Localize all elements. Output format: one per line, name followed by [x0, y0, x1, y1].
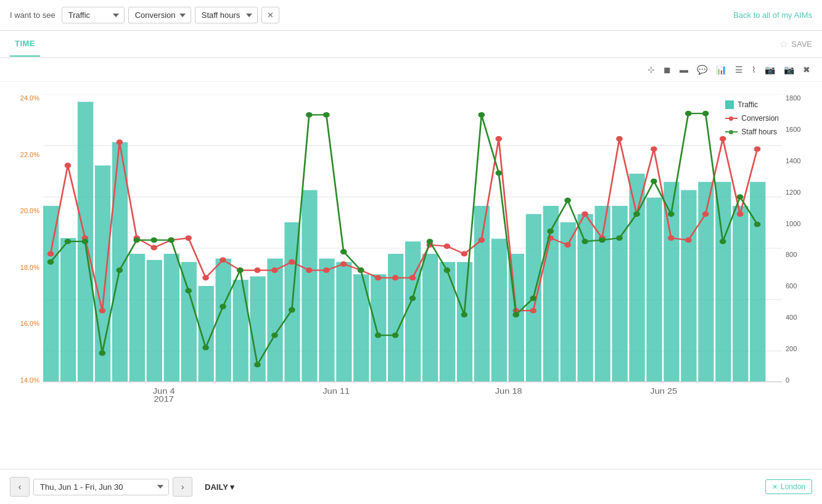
svg-rect-27 — [388, 254, 403, 382]
svg-point-126 — [651, 179, 657, 184]
svg-rect-24 — [336, 262, 351, 381]
svg-point-115 — [461, 312, 468, 317]
svg-point-61 — [254, 267, 261, 273]
chart-svg: Jun 4 2017 Jun 11 Jun 18 Jun 25 — [43, 94, 782, 402]
svg-point-91 — [47, 259, 54, 265]
tab-time[interactable]: TIME — [10, 31, 40, 57]
svg-point-97 — [150, 237, 157, 243]
svg-rect-29 — [422, 254, 438, 382]
svg-rect-41 — [629, 174, 644, 382]
chart-inner: Jun 4 2017 Jun 11 Jun 18 Jun 25 — [43, 94, 782, 402]
svg-point-85 — [668, 235, 675, 241]
svg-point-95 — [116, 267, 123, 273]
svg-point-110 — [375, 333, 382, 338]
remove-metric-button[interactable]: ✕ — [261, 7, 279, 23]
svg-point-70 — [409, 275, 416, 280]
svg-point-108 — [340, 249, 347, 254]
pan-icon[interactable]: ◼ — [662, 63, 673, 76]
svg-point-58 — [202, 275, 209, 280]
svg-rect-26 — [371, 274, 386, 381]
y-axis-right: 1800 1600 1400 1200 1000 800 600 400 200… — [782, 94, 816, 402]
star-icon: ☆ — [779, 38, 788, 50]
y-axis-left: 24.0% 22.0% 20.0% 18.0% 16.0% 14.0% — [6, 94, 43, 402]
svg-point-103 — [254, 362, 261, 367]
back-link[interactable]: Back to all of my AIMs — [733, 10, 812, 20]
svg-rect-33 — [491, 238, 507, 381]
svg-point-66 — [340, 261, 347, 267]
svg-point-73 — [461, 251, 468, 256]
svg-point-68 — [375, 275, 382, 280]
svg-point-84 — [651, 146, 657, 152]
svg-rect-14 — [164, 254, 179, 382]
svg-point-72 — [444, 243, 451, 249]
svg-point-69 — [392, 275, 399, 280]
svg-rect-48 — [750, 182, 765, 381]
svg-point-80 — [582, 211, 588, 217]
svg-point-96 — [133, 237, 140, 243]
svg-point-125 — [633, 211, 640, 217]
svg-point-75 — [495, 136, 502, 142]
chart-container: 24.0% 22.0% 20.0% 18.0% 16.0% 14.0% — [0, 82, 822, 402]
svg-point-74 — [478, 237, 485, 243]
svg-rect-20 — [267, 259, 282, 382]
svg-point-120 — [547, 229, 554, 234]
svg-point-119 — [530, 296, 536, 301]
svg-point-52 — [99, 308, 106, 314]
svg-point-100 — [202, 345, 209, 351]
camera2-icon[interactable]: 📷 — [782, 63, 796, 76]
legend-conversion-label: Conversion — [741, 114, 779, 123]
svg-point-111 — [392, 333, 399, 338]
comment-icon[interactable]: 💬 — [695, 63, 709, 76]
svg-point-105 — [289, 307, 295, 313]
svg-point-87 — [702, 211, 709, 217]
svg-text:Jun 11: Jun 11 — [323, 387, 350, 396]
svg-point-121 — [564, 198, 571, 203]
svg-rect-30 — [440, 262, 455, 381]
spike-icon[interactable]: ⌇ — [750, 63, 758, 76]
chart-toolbar: ⊹ ◼ ▬ 💬 📊 ☰ ⌇ 📷 📷 ✖ — [0, 58, 822, 82]
svg-point-65 — [323, 267, 330, 273]
legend-staff-hours: Staff hours — [725, 128, 779, 136]
legend-traffic-icon — [725, 100, 734, 109]
svg-text:Jun 18: Jun 18 — [495, 387, 522, 396]
svg-text:Jun 25: Jun 25 — [650, 387, 677, 396]
svg-point-104 — [271, 333, 278, 338]
svg-rect-22 — [302, 190, 317, 382]
svg-rect-47 — [733, 206, 748, 382]
svg-point-53 — [116, 139, 123, 145]
svg-point-127 — [668, 211, 675, 217]
reset-icon[interactable]: ✖ — [801, 63, 812, 76]
svg-point-93 — [82, 238, 89, 244]
save-label: SAVE — [791, 39, 812, 49]
svg-point-49 — [47, 251, 54, 256]
svg-rect-13 — [147, 260, 162, 382]
legend-staff-hours-icon — [725, 131, 738, 132]
svg-point-94 — [99, 351, 106, 356]
svg-point-79 — [564, 242, 571, 248]
svg-rect-23 — [319, 259, 334, 382]
select-icon[interactable]: ⊹ — [646, 63, 657, 76]
metric2-dropdown[interactable]: Conversion Traffic Staff hours — [128, 7, 191, 23]
metric1-dropdown[interactable]: Traffic Conversion Staff hours — [62, 7, 125, 23]
svg-point-118 — [512, 312, 519, 317]
svg-point-88 — [720, 136, 726, 142]
svg-point-116 — [478, 112, 485, 118]
svg-point-62 — [271, 267, 278, 273]
svg-point-132 — [754, 222, 761, 227]
svg-point-77 — [530, 308, 536, 314]
list-icon[interactable]: ☰ — [733, 63, 745, 76]
svg-point-102 — [237, 267, 244, 273]
svg-rect-42 — [646, 198, 662, 382]
svg-text:2017: 2017 — [154, 395, 174, 402]
bar-chart-icon[interactable]: 📊 — [714, 63, 728, 76]
camera1-icon[interactable]: 📷 — [763, 63, 777, 76]
save-button[interactable]: ☆ SAVE — [779, 38, 812, 50]
header-bar: I want to see Traffic Conversion Staff h… — [0, 0, 822, 31]
zoom-icon[interactable]: ▬ — [678, 63, 690, 76]
svg-rect-44 — [681, 190, 696, 382]
svg-point-86 — [685, 237, 692, 243]
metric3-dropdown[interactable]: Staff hours Traffic Conversion — [195, 7, 258, 23]
legend-conversion: Conversion — [725, 114, 779, 123]
svg-point-124 — [616, 235, 623, 241]
svg-point-113 — [427, 238, 434, 244]
